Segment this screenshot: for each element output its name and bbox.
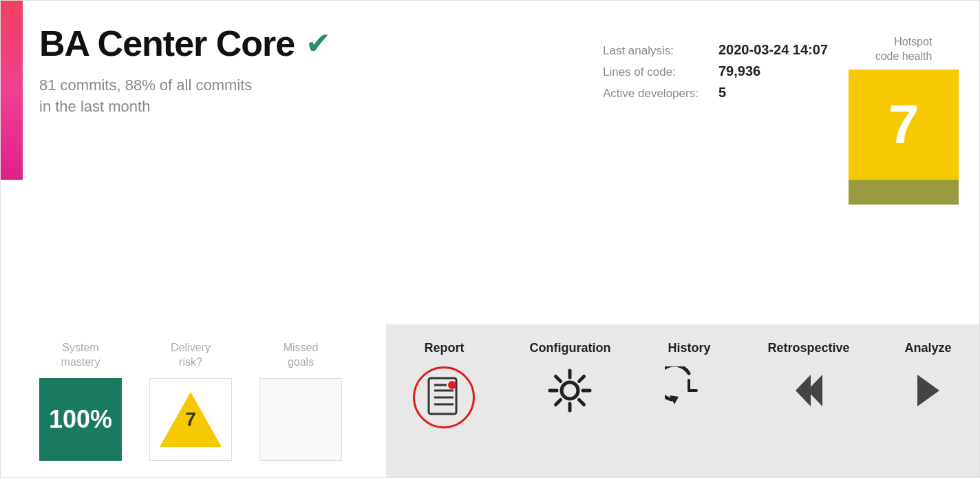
report-action[interactable]: Report bbox=[413, 341, 475, 428]
report-icon-svg bbox=[426, 377, 462, 418]
stat-last-analysis: Last analysis: 2020-03-24 14:07 bbox=[603, 42, 828, 58]
metric-missed-goals: Missedgoals bbox=[259, 341, 342, 461]
missed-goals-label: Missedgoals bbox=[284, 341, 319, 370]
history-icon-svg bbox=[665, 366, 713, 415]
hotspot-box-bottom bbox=[849, 180, 959, 205]
analyze-label: Analyze bbox=[904, 341, 951, 355]
system-mastery-label: Systemmastery bbox=[61, 341, 100, 370]
main-content: BA Center Core ✔ 81 commits, 88% of all … bbox=[34, 1, 979, 118]
check-icon: ✔ bbox=[306, 28, 331, 59]
page-container: BA Center Core ✔ 81 commits, 88% of all … bbox=[0, 0, 980, 478]
history-action[interactable]: History bbox=[665, 341, 713, 415]
project-title: BA Center Core bbox=[39, 23, 295, 64]
stat-active-developers: Active developers: 5 bbox=[603, 85, 828, 101]
retrospective-icon-svg bbox=[785, 366, 833, 415]
analyze-icon-svg bbox=[904, 366, 952, 415]
active-developers-value: 5 bbox=[718, 85, 726, 101]
metric-delivery-risk: Deliveryrisk? 7 bbox=[149, 341, 232, 461]
last-analysis-label: Last analysis: bbox=[603, 44, 713, 58]
retrospective-action[interactable]: Retrospective bbox=[767, 341, 849, 415]
metrics-area: Systemmastery 100% Deliveryrisk? 7 Misse… bbox=[1, 324, 386, 477]
svg-point-6 bbox=[448, 381, 456, 389]
retrospective-icon bbox=[785, 366, 833, 415]
history-icon bbox=[665, 366, 713, 415]
bottom-section: Systemmastery 100% Deliveryrisk? 7 Misse… bbox=[1, 324, 979, 477]
svg-marker-21 bbox=[917, 375, 939, 406]
configuration-icon bbox=[546, 366, 594, 415]
configuration-action[interactable]: Configuration bbox=[529, 341, 610, 415]
delivery-risk-value: 7 bbox=[185, 408, 196, 430]
stats-area: Last analysis: 2020-03-24 14:07 Lines of… bbox=[603, 42, 828, 106]
svg-line-15 bbox=[556, 400, 561, 405]
analyze-action[interactable]: Analyze bbox=[904, 341, 952, 415]
retrospective-label: Retrospective bbox=[767, 341, 849, 355]
mastery-value: 100% bbox=[49, 405, 112, 434]
history-label: History bbox=[668, 341, 710, 355]
hotspot-box: 7 bbox=[849, 70, 959, 180]
report-circle[interactable] bbox=[413, 366, 475, 428]
svg-line-12 bbox=[556, 377, 561, 382]
active-developers-label: Active developers: bbox=[603, 87, 713, 101]
analyze-icon bbox=[904, 366, 952, 415]
lines-of-code-label: Lines of code: bbox=[603, 65, 713, 79]
hotspot-value: 7 bbox=[888, 97, 919, 152]
last-analysis-value: 2020-03-24 14:07 bbox=[718, 42, 828, 58]
accent-bar bbox=[1, 1, 23, 180]
gear-icon bbox=[546, 366, 594, 415]
lines-of-code-value: 79,936 bbox=[718, 63, 760, 79]
hotspot-area: Hotspotcode health 7 bbox=[849, 35, 959, 205]
stat-lines-of-code: Lines of code: 79,936 bbox=[603, 63, 828, 79]
svg-line-14 bbox=[579, 377, 584, 382]
delivery-risk-label: Deliveryrisk? bbox=[171, 341, 211, 370]
metric-system-mastery: Systemmastery 100% bbox=[39, 341, 122, 461]
report-label: Report bbox=[424, 341, 464, 355]
subtitle-line1: 81 commits, 88% of all commits bbox=[39, 76, 252, 94]
actions-area: Report bbox=[386, 324, 979, 477]
delivery-risk-tile: 7 bbox=[149, 378, 232, 461]
configuration-label: Configuration bbox=[529, 341, 610, 355]
svg-point-7 bbox=[562, 382, 578, 399]
svg-line-13 bbox=[579, 400, 584, 405]
missed-goals-tile bbox=[259, 378, 342, 461]
mastery-tile: 100% bbox=[39, 378, 122, 461]
subtitle-line2: in the last month bbox=[39, 98, 150, 115]
hotspot-label: Hotspotcode health bbox=[875, 35, 933, 64]
report-icon bbox=[426, 377, 462, 418]
